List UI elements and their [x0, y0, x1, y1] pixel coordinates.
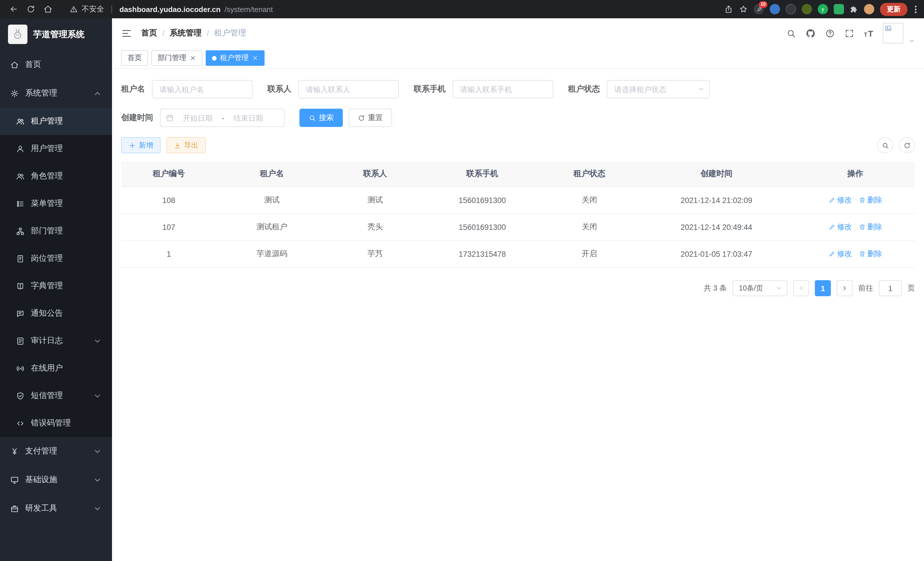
col-tenant-id: 租户编号	[121, 169, 216, 179]
reload-icon[interactable]	[26, 5, 35, 14]
edit-link[interactable]: 修改	[829, 249, 852, 259]
export-button[interactable]: 导出	[166, 137, 206, 153]
sidebar-item-audit-log[interactable]: 审计日志	[0, 327, 112, 355]
delete-link[interactable]: 删除	[859, 222, 882, 232]
search-icon[interactable]	[786, 28, 796, 38]
sidebar-item-tenant[interactable]: 租户管理	[0, 108, 112, 135]
share-icon[interactable]	[724, 5, 733, 14]
cell-mobile: 15601691300	[423, 223, 542, 231]
sidebar-item-devtools[interactable]: 研发工具	[0, 494, 112, 523]
user-avatar[interactable]	[883, 23, 903, 44]
sidebar-item-online-user[interactable]: 在线用户	[0, 355, 112, 382]
sidebar-item-payment[interactable]: 支付管理	[0, 437, 112, 465]
reset-button-label: 重置	[368, 113, 383, 123]
breadcrumb: 首页 / 系统管理 / 租户管理	[141, 28, 246, 38]
next-page-button[interactable]	[837, 280, 853, 296]
extension-blue-icon[interactable]	[770, 4, 780, 14]
goto-page-input[interactable]	[879, 280, 902, 296]
bookmark-star-icon[interactable]	[739, 5, 748, 14]
browser-home-icon[interactable]	[44, 5, 52, 14]
tab-dept[interactable]: 部门管理	[152, 50, 202, 66]
tab-tenant[interactable]: 租户管理	[206, 50, 265, 66]
extension-green-circle-icon[interactable]: y	[818, 4, 828, 14]
font-size-icon[interactable]: TT	[864, 29, 873, 38]
extension-dark-icon[interactable]	[786, 4, 796, 14]
tab-close-icon[interactable]	[190, 55, 196, 61]
search-icon	[881, 141, 889, 149]
sidebar-item-label: 字典管理	[31, 281, 63, 291]
extension-green-square-icon[interactable]	[834, 4, 844, 14]
sidebar-item-home[interactable]: 首页	[0, 50, 112, 79]
breadcrumb-home[interactable]: 首页	[141, 28, 157, 38]
back-icon[interactable]	[9, 5, 18, 14]
search-button[interactable]: 搜索	[299, 109, 343, 127]
sidebar-item-dict[interactable]: 字典管理	[0, 272, 112, 300]
fullscreen-icon[interactable]	[844, 28, 854, 38]
tab-home[interactable]: 首页	[121, 50, 148, 66]
profile-avatar[interactable]	[864, 4, 874, 14]
shield-icon	[16, 391, 25, 400]
edit-label: 修改	[837, 249, 852, 259]
sidebar-collapse-icon[interactable]	[121, 28, 132, 39]
sidebar-item-user[interactable]: 用户管理	[0, 135, 112, 162]
status-select[interactable]	[607, 80, 710, 98]
add-button[interactable]: 新增	[121, 137, 160, 153]
sidebar-item-label: 部门管理	[31, 226, 63, 236]
app-logo[interactable]: 芋道管理系统	[0, 18, 112, 50]
monitor-icon	[10, 475, 19, 484]
sidebar-item-label: 支付管理	[25, 446, 57, 456]
sidebar-item-label: 租户管理	[31, 116, 63, 126]
sidebar-item-notice[interactable]: 通知公告	[0, 300, 112, 327]
content-area: 租户名 联系人 联系手机 租户状态	[112, 69, 924, 561]
browser-toolbar: 不安全 dashboard.yudao.iocoder.cn/system/te…	[0, 0, 924, 18]
refresh-table-button[interactable]	[899, 137, 915, 153]
breadcrumb-system[interactable]: 系统管理	[170, 28, 202, 38]
sidebar-item-error-code[interactable]: 错误码管理	[0, 409, 112, 437]
trash-icon	[859, 250, 866, 257]
date-range-picker[interactable]: -	[160, 109, 285, 127]
date-end-input[interactable]	[228, 114, 269, 122]
extensions-puzzle-icon[interactable]	[850, 5, 858, 14]
pagination: 共 3 条 10条/页 1 前往 页	[121, 280, 915, 296]
help-icon[interactable]	[825, 28, 835, 38]
toggle-search-button[interactable]	[877, 137, 893, 153]
sidebar-item-post[interactable]: 岗位管理	[0, 245, 112, 272]
chevron-down-icon	[93, 337, 102, 345]
goto-label: 前往	[858, 283, 873, 293]
chevron-down-icon	[93, 504, 102, 513]
sidebar-item-label: 菜单管理	[31, 199, 63, 209]
page-size-select[interactable]: 10条/页	[733, 280, 788, 296]
prev-page-button[interactable]	[793, 280, 809, 296]
cell-contact: 秃头	[327, 222, 423, 232]
tab-close-icon[interactable]	[252, 55, 258, 61]
date-start-input[interactable]	[177, 114, 218, 122]
sidebar-item-menu[interactable]: 菜单管理	[0, 190, 112, 217]
edit-link[interactable]: 修改	[829, 195, 852, 205]
browser-update-button[interactable]: 更新	[880, 3, 908, 16]
browser-menu-icon[interactable]	[913, 5, 918, 13]
delete-link[interactable]: 删除	[859, 195, 882, 205]
address-bar[interactable]: 不安全 dashboard.yudao.iocoder.cn/system/te…	[61, 4, 719, 14]
tenant-name-label: 租户名	[121, 84, 145, 94]
breadcrumb-separator: /	[162, 29, 165, 38]
mobile-input[interactable]	[453, 80, 553, 98]
tenant-name-input[interactable]	[152, 80, 253, 98]
delete-link[interactable]: 删除	[859, 249, 882, 259]
extension-pin-icon[interactable]: 10	[754, 4, 764, 14]
extension-olive-icon[interactable]	[802, 4, 812, 14]
reset-button[interactable]: 重置	[349, 109, 392, 127]
trash-icon	[859, 224, 866, 230]
sidebar-item-infrastructure[interactable]: 基础设施	[0, 465, 112, 494]
delete-label: 删除	[867, 249, 882, 259]
edit-link[interactable]: 修改	[829, 222, 852, 232]
avatar-caret-icon[interactable]	[909, 38, 915, 44]
github-icon[interactable]	[806, 28, 815, 38]
contact-label: 联系人	[267, 84, 291, 94]
sidebar-item-system[interactable]: 系统管理	[0, 79, 112, 108]
sidebar-item-sms[interactable]: 短信管理	[0, 382, 112, 409]
url-path: /system/tenant	[225, 5, 273, 14]
sidebar-item-role[interactable]: 角色管理	[0, 162, 112, 190]
page-number-1[interactable]: 1	[815, 280, 831, 296]
sidebar-item-dept[interactable]: 部门管理	[0, 217, 112, 245]
contact-input[interactable]	[298, 80, 399, 98]
